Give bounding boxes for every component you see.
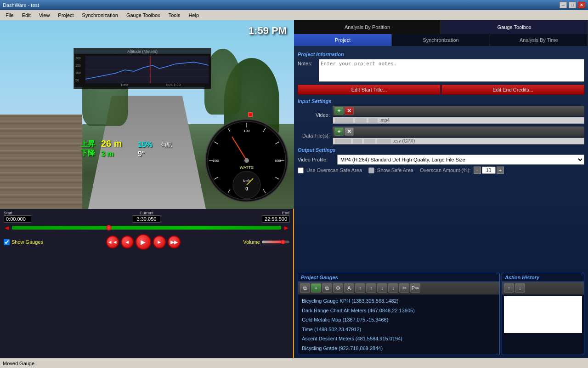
menu-project[interactable]: Project (54, 12, 77, 19)
subtab-project[interactable]: Project (294, 34, 392, 46)
action-up-button[interactable]: ↑ (504, 283, 514, 293)
show-safe-label: Show Safe Area (377, 167, 413, 173)
data-files-control: + ✕ .csv (GPX) (333, 126, 584, 144)
svg-text:0: 0 (245, 186, 248, 191)
gauge-tools-button[interactable]: ⚙ (333, 283, 343, 293)
menu-gauge-toolbox[interactable]: Gauge Toolbox (123, 12, 164, 19)
gauge-item-5[interactable]: Bicycling Grade (922.718,869.2844) (300, 344, 498, 353)
statusbar: Moved Gauge (0, 358, 588, 368)
window-title: DashWare - test (3, 2, 39, 8)
video-file-path: .mp4 (333, 117, 584, 124)
svg-text:200: 200 (213, 159, 219, 163)
gauge-add-button[interactable]: + (311, 283, 321, 293)
video-add-button[interactable]: + (334, 107, 344, 115)
video-delete-button[interactable]: ✕ (345, 107, 354, 115)
grade-kanji: 勾配 (161, 141, 172, 149)
video-label: Video: (298, 112, 330, 118)
sub-tabs: Project Synchronization Analysis By Time (294, 34, 588, 46)
rewind-button[interactable]: ◄◄ (106, 236, 119, 248)
video-profile-select[interactable]: MP4 (H.264) Standard Def High Quality, L… (337, 155, 584, 165)
data-file-path: .csv (GPX) (333, 138, 584, 144)
data-add-button[interactable]: + (334, 127, 344, 136)
action-history-header: Action History (502, 273, 584, 282)
gauge-up2-button[interactable]: ↑ (366, 283, 376, 293)
titlebar: DashWare - test ─ □ ✕ (0, 0, 588, 10)
step-fwd-button[interactable]: ► (153, 236, 166, 248)
right-panel: Analysis By Position Gauge Toolbox Proje… (294, 20, 588, 358)
left-panel: 1:59 PM Altitude (Meters) 200 150 100 50 (0, 20, 294, 358)
tab-gauge-toolbox[interactable]: Gauge Toolbox (441, 20, 588, 34)
menu-edit[interactable]: Edit (18, 12, 34, 19)
progress-end-arrow[interactable]: ► (283, 224, 289, 231)
speedometer-svg: 100 400 200 600 WATTS km/h 0 (202, 116, 292, 206)
overscan-checkbox[interactable] (298, 167, 304, 173)
volume-thumb[interactable] (281, 240, 285, 244)
minimize-button[interactable]: ─ (560, 2, 567, 8)
data-delete-button[interactable]: ✕ (345, 127, 354, 136)
volume-slider[interactable] (262, 241, 289, 243)
subtab-analysis-by-time[interactable]: Analysis By Time (490, 34, 588, 46)
progress-track[interactable] (12, 226, 281, 230)
video-area: 1:59 PM Altitude (Meters) 200 150 100 50 (0, 20, 294, 209)
end-section: End 22:56.500 (262, 211, 289, 223)
gauge-scissors-button[interactable]: ✂ (399, 283, 409, 293)
overscan-decrement[interactable]: - (474, 167, 481, 174)
gauge-export-button[interactable]: P⇒ (410, 283, 420, 293)
action-dn-button[interactable]: ↓ (515, 283, 525, 293)
descent-val: 3 m (101, 150, 114, 158)
overscan-stepper: - + (474, 167, 504, 174)
mini-chart-svg: 200 150 100 50 Time 00:01:20 (74, 54, 210, 87)
gauge-item-0[interactable]: Bicycling Gauge KPH (1383.305,563.1482) (300, 296, 498, 306)
play-button[interactable]: ▶ (136, 234, 151, 250)
gauge-dn2-button[interactable]: ↓ (388, 283, 398, 293)
grade-deg: 9° (138, 150, 145, 158)
svg-text:100: 100 (75, 71, 81, 75)
overscan-value-input[interactable] (482, 167, 496, 174)
edit-start-title-button[interactable]: Edit Start Title... (298, 85, 441, 95)
gauges-toolbar: ⧉ + ⧉ ⚙ A ↑ ↑ ↓ ↓ ✂ P⇒ (298, 282, 499, 294)
gauge-copy-button[interactable]: ⧉ (300, 283, 310, 293)
menu-tools[interactable]: Tools (165, 12, 184, 19)
gauge-rename-button[interactable]: A (344, 283, 354, 293)
show-safe-checkbox[interactable] (368, 167, 374, 173)
gauge-dn-button[interactable]: ↓ (377, 283, 387, 293)
maximize-button[interactable]: □ (569, 2, 576, 8)
subtab-synchronization[interactable]: Synchronization (392, 34, 490, 46)
video-toolbar: + ✕ (333, 106, 584, 116)
svg-text:200: 200 (75, 57, 81, 60)
menu-file[interactable]: File (2, 12, 17, 19)
fast-fwd-button[interactable]: ▶▶ (168, 236, 181, 248)
overscan-increment[interactable]: + (497, 167, 504, 174)
grade-pct: 15% (138, 141, 153, 149)
menu-synchronization[interactable]: Synchronization (79, 12, 122, 19)
gauge-item-4[interactable]: Ascent Descent Meters (481.5584,915.0194… (300, 334, 498, 344)
video-profile-row: Video Profile: MP4 (H.264) Standard Def … (298, 155, 584, 165)
status-text: Moved Gauge (3, 361, 34, 366)
data-files-label: Data File(s): (298, 133, 330, 138)
step-back-button[interactable]: ◄ (121, 236, 134, 248)
gauge-up-button[interactable]: ↑ (355, 283, 365, 293)
tab-analysis-by-position[interactable]: Analysis By Position (294, 20, 441, 34)
gauge-dup-button[interactable]: ⧉ (322, 283, 332, 293)
menu-help[interactable]: Help (185, 12, 203, 19)
show-gauges-checkbox[interactable] (4, 239, 10, 245)
ascent-label: 上昇 (80, 139, 95, 149)
notes-textarea[interactable] (319, 59, 584, 82)
action-history-panel: Action History ↑ ↓ (502, 273, 584, 355)
overscan-amount-label: Overscan Amount (%): (420, 167, 471, 173)
gauge-item-1[interactable]: Dark Range Chart Alt Meters (467.0848,22… (300, 306, 498, 316)
overscan-row: Use Overscan Safe Area Show Safe Area Ov… (298, 167, 584, 174)
gauge-item-3[interactable]: Time (1498.502,23.47912) (300, 325, 498, 334)
project-info-header: Project Information (298, 52, 584, 57)
edit-end-credits-button[interactable]: Edit End Credits... (441, 85, 584, 95)
input-settings-header: Input Settings (298, 98, 584, 104)
close-button[interactable]: ✕ (578, 2, 585, 8)
top-tabs: Analysis By Position Gauge Toolbox (294, 20, 588, 34)
progress-thumb[interactable] (106, 225, 112, 230)
svg-text:50: 50 (75, 79, 79, 82)
menu-view[interactable]: View (35, 12, 54, 19)
progress-start-arrow[interactable]: ◄ (4, 224, 10, 231)
video-time-display: 1:59 PM (249, 25, 287, 37)
gauge-item-2[interactable]: Gold Metalic Map (1367.075,-15.3466) (300, 315, 498, 325)
svg-text:WATTS: WATTS (240, 165, 254, 170)
